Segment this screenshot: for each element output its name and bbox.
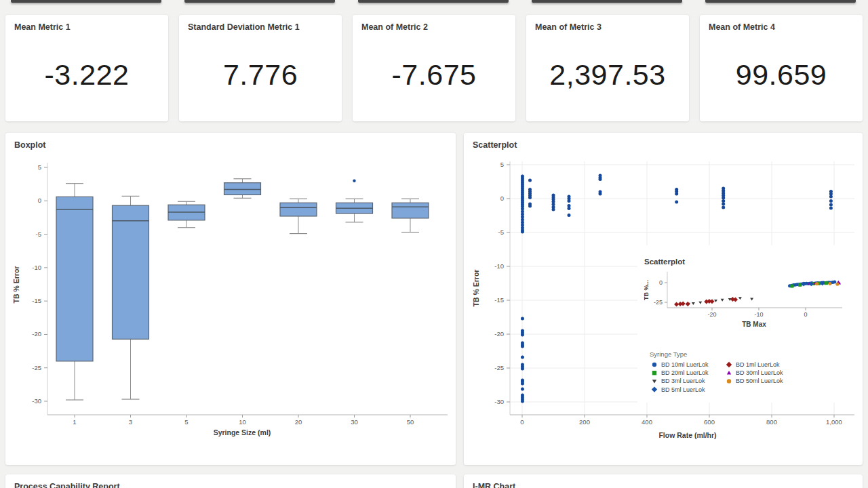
process-capability-title: Process Capability Report xyxy=(14,482,120,488)
svg-text:10: 10 xyxy=(239,418,246,426)
svg-text:Syringe Size (ml): Syringe Size (ml) xyxy=(214,428,271,436)
svg-text:-20: -20 xyxy=(707,311,716,318)
svg-text:-10: -10 xyxy=(494,262,504,270)
svg-text:TB Max: TB Max xyxy=(742,321,766,328)
metric-card-stdev-metric-1: Standard Deviation Metric 1 7.776 xyxy=(179,15,342,121)
svg-text:BD 10ml LuerLok: BD 10ml LuerLok xyxy=(661,361,709,368)
svg-text:BD 3ml LuerLok: BD 3ml LuerLok xyxy=(661,378,705,384)
svg-text:Syringe Type: Syringe Type xyxy=(650,350,687,358)
imr-chart-card: I-MR Chart xyxy=(464,474,863,488)
imr-chart-title: I-MR Chart xyxy=(473,482,515,488)
svg-text:BD 50ml LuerLok: BD 50ml LuerLok xyxy=(736,378,783,384)
metric-title: Mean of Metric 2 xyxy=(361,22,428,32)
svg-text:Flow Rate (ml/hr): Flow Rate (ml/hr) xyxy=(658,431,716,439)
card-bottom-remnant xyxy=(184,0,335,3)
svg-text:0: 0 xyxy=(500,195,504,202)
metric-card-mean-metric-3: Mean of Metric 3 2,397.53 xyxy=(526,15,689,121)
svg-text:30: 30 xyxy=(351,418,358,426)
scatterplot-title: Scatterplot xyxy=(473,140,517,150)
svg-text:-25: -25 xyxy=(32,364,41,371)
svg-text:-25: -25 xyxy=(654,299,663,306)
card-bottom-remnant xyxy=(358,0,509,3)
svg-text:20: 20 xyxy=(295,418,302,426)
svg-text:BD 5ml LuerLok: BD 5ml LuerLok xyxy=(661,386,705,393)
svg-text:0: 0 xyxy=(38,197,41,204)
boxplot-card: 50-5-10-15-20-25-3013510203050Syringe Si… xyxy=(5,133,456,465)
metric-title: Mean Metric 1 xyxy=(14,22,71,32)
scatter-plot-area: 02004006008001,00050-5-10-15-20-25-30Flo… xyxy=(472,161,856,439)
svg-text:5: 5 xyxy=(184,418,188,426)
svg-text:-10: -10 xyxy=(32,264,41,271)
svg-text:0: 0 xyxy=(659,279,663,286)
svg-text:1,000: 1,000 xyxy=(826,418,842,426)
card-bottom-remnant xyxy=(11,0,161,3)
svg-text:-30: -30 xyxy=(494,398,504,405)
scatterplot-chart[interactable]: 02004006008001,00050-5-10-15-20-25-30Flo… xyxy=(464,133,863,465)
svg-text:TB % Error: TB % Error xyxy=(472,270,480,307)
metric-card-mean-metric-4: Mean of Metric 4 99.659 xyxy=(700,15,863,121)
svg-text:5: 5 xyxy=(38,163,41,171)
svg-text:BD 20ml LuerLok: BD 20ml LuerLok xyxy=(661,369,709,376)
svg-text:600: 600 xyxy=(704,418,715,426)
svg-text:-30: -30 xyxy=(32,397,41,405)
svg-text:-15: -15 xyxy=(494,296,504,304)
svg-text:0: 0 xyxy=(804,311,807,318)
svg-text:-10: -10 xyxy=(754,311,763,318)
boxplot-chart[interactable]: 50-5-10-15-20-25-3013510203050Syringe Si… xyxy=(5,133,456,465)
metric-card-mean-metric-2: Mean of Metric 2 -7.675 xyxy=(353,15,515,121)
svg-text:-20: -20 xyxy=(32,330,41,338)
svg-text:400: 400 xyxy=(642,418,652,426)
metric-card-mean-metric-1: Mean Metric 1 -3.222 xyxy=(5,15,168,121)
metric-title: Mean of Metric 4 xyxy=(709,22,775,32)
svg-text:800: 800 xyxy=(766,418,777,426)
svg-text:TB %...: TB %... xyxy=(643,280,650,300)
svg-text:-5: -5 xyxy=(498,228,504,236)
scatterplot-card: 02004006008001,00050-5-10-15-20-25-30Flo… xyxy=(464,133,863,465)
metric-title: Standard Deviation Metric 1 xyxy=(188,22,300,32)
svg-text:Scatterplot: Scatterplot xyxy=(644,258,685,266)
svg-text:1: 1 xyxy=(73,418,76,426)
svg-text:3: 3 xyxy=(129,418,132,426)
card-bottom-remnant xyxy=(705,0,856,3)
svg-text:TB % Error: TB % Error xyxy=(12,266,20,304)
minitab-dashboard: { "page": { "background": "#f2f2f1", "to… xyxy=(0,0,868,488)
boxplot-title: Boxplot xyxy=(14,140,46,150)
card-bottom-remnant xyxy=(532,0,682,3)
svg-text:200: 200 xyxy=(579,418,590,426)
boxplot-plot-area: 50-5-10-15-20-25-3013510203050Syringe Si… xyxy=(12,163,448,436)
svg-text:5: 5 xyxy=(500,161,504,168)
process-capability-card: Process Capability Report xyxy=(5,474,456,488)
svg-text:BD 30ml LuerLok: BD 30ml LuerLok xyxy=(736,369,783,376)
svg-text:0: 0 xyxy=(520,418,524,426)
svg-text:-15: -15 xyxy=(32,297,41,304)
svg-text:-20: -20 xyxy=(494,330,504,338)
svg-text:50: 50 xyxy=(407,418,414,426)
svg-text:-25: -25 xyxy=(494,364,504,371)
metric-title: Mean of Metric 3 xyxy=(535,22,601,32)
svg-text:BD 1ml LuerLok: BD 1ml LuerLok xyxy=(736,361,780,368)
svg-text:-5: -5 xyxy=(36,230,41,238)
